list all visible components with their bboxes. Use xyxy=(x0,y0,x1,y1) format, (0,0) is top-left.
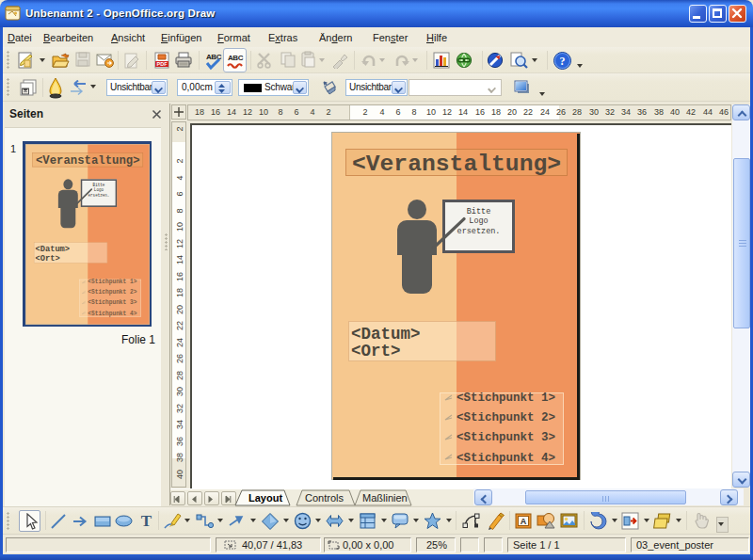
svg-text:PDF: PDF xyxy=(157,61,168,67)
svg-text:Maßlinien: Maßlinien xyxy=(362,492,408,504)
svg-text:?: ? xyxy=(560,55,566,68)
svg-text:A: A xyxy=(521,517,527,526)
svg-text:Layout: Layout xyxy=(248,492,282,504)
svg-text:T: T xyxy=(141,513,152,528)
svg-text:ABC: ABC xyxy=(228,54,244,62)
svg-text:Controls: Controls xyxy=(305,492,344,504)
